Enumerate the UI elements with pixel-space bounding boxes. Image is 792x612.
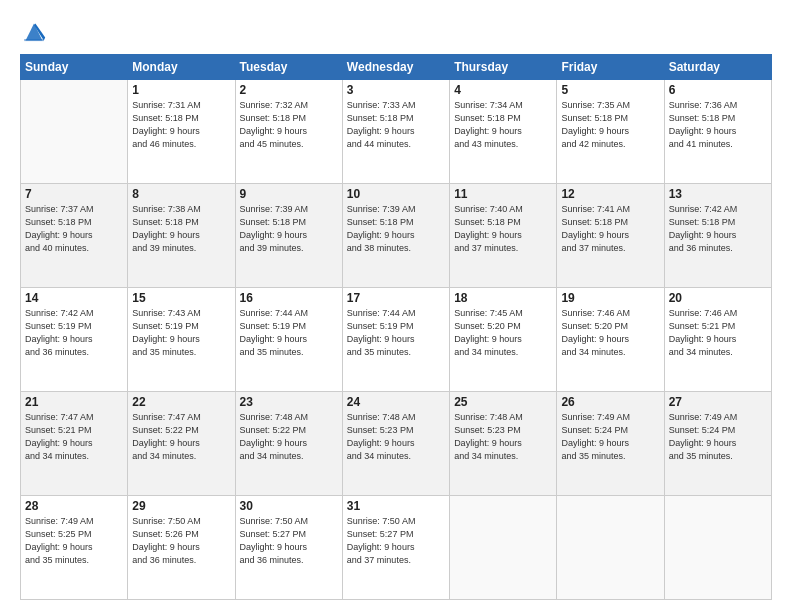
- day-number: 5: [561, 83, 659, 97]
- day-info: Sunrise: 7:43 AMSunset: 5:19 PMDaylight:…: [132, 307, 230, 359]
- day-number: 31: [347, 499, 445, 513]
- calendar-day-cell: 30Sunrise: 7:50 AMSunset: 5:27 PMDayligh…: [235, 496, 342, 600]
- day-info: Sunrise: 7:47 AMSunset: 5:21 PMDaylight:…: [25, 411, 123, 463]
- logo-icon: [20, 18, 48, 46]
- day-number: 7: [25, 187, 123, 201]
- day-info: Sunrise: 7:48 AMSunset: 5:23 PMDaylight:…: [347, 411, 445, 463]
- day-info: Sunrise: 7:42 AMSunset: 5:18 PMDaylight:…: [669, 203, 767, 255]
- day-number: 19: [561, 291, 659, 305]
- day-info: Sunrise: 7:46 AMSunset: 5:21 PMDaylight:…: [669, 307, 767, 359]
- day-info: Sunrise: 7:33 AMSunset: 5:18 PMDaylight:…: [347, 99, 445, 151]
- calendar-day-cell: 22Sunrise: 7:47 AMSunset: 5:22 PMDayligh…: [128, 392, 235, 496]
- day-info: Sunrise: 7:36 AMSunset: 5:18 PMDaylight:…: [669, 99, 767, 151]
- calendar-day-cell: 13Sunrise: 7:42 AMSunset: 5:18 PMDayligh…: [664, 184, 771, 288]
- day-info: Sunrise: 7:34 AMSunset: 5:18 PMDaylight:…: [454, 99, 552, 151]
- day-number: 22: [132, 395, 230, 409]
- day-number: 3: [347, 83, 445, 97]
- calendar-day-cell: 2Sunrise: 7:32 AMSunset: 5:18 PMDaylight…: [235, 80, 342, 184]
- day-number: 20: [669, 291, 767, 305]
- day-info: Sunrise: 7:39 AMSunset: 5:18 PMDaylight:…: [347, 203, 445, 255]
- day-number: 2: [240, 83, 338, 97]
- calendar-day-cell: 5Sunrise: 7:35 AMSunset: 5:18 PMDaylight…: [557, 80, 664, 184]
- calendar-day-cell: 10Sunrise: 7:39 AMSunset: 5:18 PMDayligh…: [342, 184, 449, 288]
- calendar-week-row: 1Sunrise: 7:31 AMSunset: 5:18 PMDaylight…: [21, 80, 772, 184]
- day-info: Sunrise: 7:49 AMSunset: 5:24 PMDaylight:…: [669, 411, 767, 463]
- calendar-day-cell: 3Sunrise: 7:33 AMSunset: 5:18 PMDaylight…: [342, 80, 449, 184]
- day-number: 27: [669, 395, 767, 409]
- weekday-header-sunday: Sunday: [21, 55, 128, 80]
- day-info: Sunrise: 7:41 AMSunset: 5:18 PMDaylight:…: [561, 203, 659, 255]
- day-info: Sunrise: 7:47 AMSunset: 5:22 PMDaylight:…: [132, 411, 230, 463]
- calendar-day-cell: 25Sunrise: 7:48 AMSunset: 5:23 PMDayligh…: [450, 392, 557, 496]
- day-info: Sunrise: 7:35 AMSunset: 5:18 PMDaylight:…: [561, 99, 659, 151]
- day-number: 1: [132, 83, 230, 97]
- day-number: 28: [25, 499, 123, 513]
- calendar-day-cell: [450, 496, 557, 600]
- calendar-day-cell: 17Sunrise: 7:44 AMSunset: 5:19 PMDayligh…: [342, 288, 449, 392]
- calendar-day-cell: 23Sunrise: 7:48 AMSunset: 5:22 PMDayligh…: [235, 392, 342, 496]
- calendar-day-cell: 27Sunrise: 7:49 AMSunset: 5:24 PMDayligh…: [664, 392, 771, 496]
- day-info: Sunrise: 7:38 AMSunset: 5:18 PMDaylight:…: [132, 203, 230, 255]
- day-number: 8: [132, 187, 230, 201]
- logo: [20, 18, 54, 46]
- day-info: Sunrise: 7:50 AMSunset: 5:27 PMDaylight:…: [240, 515, 338, 567]
- weekday-header-saturday: Saturday: [664, 55, 771, 80]
- day-info: Sunrise: 7:49 AMSunset: 5:25 PMDaylight:…: [25, 515, 123, 567]
- day-info: Sunrise: 7:50 AMSunset: 5:27 PMDaylight:…: [347, 515, 445, 567]
- day-info: Sunrise: 7:37 AMSunset: 5:18 PMDaylight:…: [25, 203, 123, 255]
- calendar-day-cell: 7Sunrise: 7:37 AMSunset: 5:18 PMDaylight…: [21, 184, 128, 288]
- calendar-week-row: 28Sunrise: 7:49 AMSunset: 5:25 PMDayligh…: [21, 496, 772, 600]
- calendar-day-cell: [21, 80, 128, 184]
- day-number: 26: [561, 395, 659, 409]
- day-info: Sunrise: 7:44 AMSunset: 5:19 PMDaylight:…: [240, 307, 338, 359]
- calendar-day-cell: 8Sunrise: 7:38 AMSunset: 5:18 PMDaylight…: [128, 184, 235, 288]
- calendar-week-row: 21Sunrise: 7:47 AMSunset: 5:21 PMDayligh…: [21, 392, 772, 496]
- day-number: 14: [25, 291, 123, 305]
- weekday-header-row: SundayMondayTuesdayWednesdayThursdayFrid…: [21, 55, 772, 80]
- header: [20, 18, 772, 46]
- day-info: Sunrise: 7:42 AMSunset: 5:19 PMDaylight:…: [25, 307, 123, 359]
- calendar-day-cell: 1Sunrise: 7:31 AMSunset: 5:18 PMDaylight…: [128, 80, 235, 184]
- weekday-header-monday: Monday: [128, 55, 235, 80]
- day-info: Sunrise: 7:32 AMSunset: 5:18 PMDaylight:…: [240, 99, 338, 151]
- day-number: 23: [240, 395, 338, 409]
- calendar-day-cell: 18Sunrise: 7:45 AMSunset: 5:20 PMDayligh…: [450, 288, 557, 392]
- day-number: 15: [132, 291, 230, 305]
- weekday-header-friday: Friday: [557, 55, 664, 80]
- calendar-table: SundayMondayTuesdayWednesdayThursdayFrid…: [20, 54, 772, 600]
- calendar-day-cell: [664, 496, 771, 600]
- calendar-day-cell: 15Sunrise: 7:43 AMSunset: 5:19 PMDayligh…: [128, 288, 235, 392]
- calendar-day-cell: 20Sunrise: 7:46 AMSunset: 5:21 PMDayligh…: [664, 288, 771, 392]
- day-info: Sunrise: 7:39 AMSunset: 5:18 PMDaylight:…: [240, 203, 338, 255]
- day-number: 18: [454, 291, 552, 305]
- day-info: Sunrise: 7:40 AMSunset: 5:18 PMDaylight:…: [454, 203, 552, 255]
- day-number: 9: [240, 187, 338, 201]
- day-number: 24: [347, 395, 445, 409]
- day-number: 25: [454, 395, 552, 409]
- calendar-day-cell: 28Sunrise: 7:49 AMSunset: 5:25 PMDayligh…: [21, 496, 128, 600]
- day-number: 10: [347, 187, 445, 201]
- day-number: 4: [454, 83, 552, 97]
- calendar-day-cell: 16Sunrise: 7:44 AMSunset: 5:19 PMDayligh…: [235, 288, 342, 392]
- calendar-day-cell: 14Sunrise: 7:42 AMSunset: 5:19 PMDayligh…: [21, 288, 128, 392]
- day-info: Sunrise: 7:48 AMSunset: 5:23 PMDaylight:…: [454, 411, 552, 463]
- calendar-week-row: 14Sunrise: 7:42 AMSunset: 5:19 PMDayligh…: [21, 288, 772, 392]
- day-number: 11: [454, 187, 552, 201]
- calendar-day-cell: 12Sunrise: 7:41 AMSunset: 5:18 PMDayligh…: [557, 184, 664, 288]
- day-info: Sunrise: 7:44 AMSunset: 5:19 PMDaylight:…: [347, 307, 445, 359]
- weekday-header-tuesday: Tuesday: [235, 55, 342, 80]
- calendar-day-cell: 21Sunrise: 7:47 AMSunset: 5:21 PMDayligh…: [21, 392, 128, 496]
- day-number: 16: [240, 291, 338, 305]
- calendar-day-cell: 6Sunrise: 7:36 AMSunset: 5:18 PMDaylight…: [664, 80, 771, 184]
- weekday-header-thursday: Thursday: [450, 55, 557, 80]
- day-info: Sunrise: 7:45 AMSunset: 5:20 PMDaylight:…: [454, 307, 552, 359]
- day-info: Sunrise: 7:48 AMSunset: 5:22 PMDaylight:…: [240, 411, 338, 463]
- day-number: 21: [25, 395, 123, 409]
- calendar-week-row: 7Sunrise: 7:37 AMSunset: 5:18 PMDaylight…: [21, 184, 772, 288]
- day-info: Sunrise: 7:50 AMSunset: 5:26 PMDaylight:…: [132, 515, 230, 567]
- day-number: 12: [561, 187, 659, 201]
- calendar-day-cell: 29Sunrise: 7:50 AMSunset: 5:26 PMDayligh…: [128, 496, 235, 600]
- calendar-day-cell: [557, 496, 664, 600]
- day-info: Sunrise: 7:31 AMSunset: 5:18 PMDaylight:…: [132, 99, 230, 151]
- day-info: Sunrise: 7:49 AMSunset: 5:24 PMDaylight:…: [561, 411, 659, 463]
